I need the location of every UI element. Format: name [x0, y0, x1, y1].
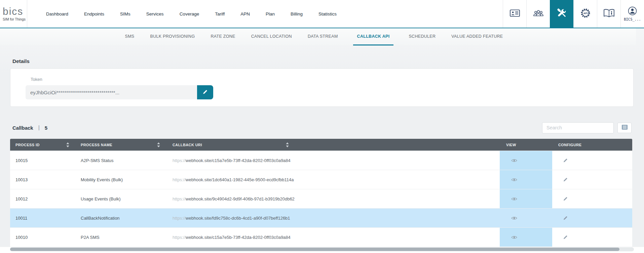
table-row[interactable]: 10012 Usage Events (Bulk) https://webhoo…	[10, 189, 632, 208]
configure-button[interactable]	[562, 214, 569, 222]
cell-callback-uri: https://webhook.site/c15a7e5b-73ff-42da-…	[173, 158, 291, 163]
list-icon	[621, 124, 628, 131]
callback-separator: |	[38, 125, 40, 131]
token-edit-button[interactable]	[197, 85, 213, 99]
view-cell	[500, 209, 552, 227]
eye-icon	[511, 158, 517, 163]
table-row[interactable]: 10013 Mobility Events (Bulk) https://web…	[10, 170, 632, 189]
nav-item-dashboard[interactable]: Dashboard	[46, 11, 68, 17]
docs-button[interactable]	[597, 0, 620, 28]
contact-card-icon	[510, 9, 520, 18]
col-process-name: PROCESS NAME	[81, 143, 112, 147]
api-gear-icon: API	[579, 7, 592, 21]
tab-data-stream[interactable]: DATA STREAM	[307, 28, 339, 45]
nav-item-coverage[interactable]: Coverage	[180, 11, 199, 17]
cell-process-name: CallBackNotification	[81, 216, 120, 221]
uri-scheme: https://	[173, 196, 186, 201]
view-cell	[500, 189, 552, 208]
configure-button[interactable]	[562, 195, 569, 203]
token-input[interactable]	[26, 85, 197, 99]
horizontal-scrollbar-track[interactable]	[10, 247, 634, 251]
cell-process-id: 10013	[15, 177, 28, 182]
tab-sms[interactable]: SMS	[124, 28, 135, 45]
main-nav: Dashboard Endpoints SIMs Services Covera…	[46, 0, 337, 28]
view-button[interactable]	[510, 196, 519, 202]
tab-rate-zone[interactable]: RATE ZONE	[210, 28, 236, 45]
configure-button[interactable]	[562, 233, 569, 241]
docs-book-icon	[603, 8, 615, 19]
column-settings-button[interactable]	[617, 123, 632, 133]
configure-cell	[562, 195, 569, 203]
brand-logo-text: bics	[3, 6, 27, 17]
sort-process-id-icon[interactable]	[66, 142, 69, 147]
scrollbar-track-band	[0, 247, 644, 253]
configure-button[interactable]	[562, 176, 569, 184]
table-row[interactable]: 10010 P2A SMS https://webhook.site/c15a7…	[10, 227, 632, 247]
cell-process-id: 10012	[15, 196, 28, 201]
uri-path: webhook.site/c15a7e5b-73ff-42da-8202-0ff…	[186, 158, 291, 163]
table-row[interactable]: 10015 A2P-SMS Status https://webhook.sit…	[10, 151, 632, 170]
view-cell	[500, 170, 552, 189]
nav-item-billing[interactable]: Billing	[291, 11, 303, 17]
uri-path: webhook.site/fd9c758c-dc6b-4cd1-a90f-d07…	[186, 216, 290, 221]
configure-cell	[562, 214, 569, 222]
nav-item-services[interactable]: Services	[146, 11, 164, 17]
cell-process-name: P2A SMS	[81, 235, 100, 240]
view-button[interactable]	[510, 234, 519, 241]
uri-scheme: https://	[173, 235, 186, 240]
tab-bulk-provisioning[interactable]: BULK PROVISIONING	[150, 28, 196, 45]
search-input[interactable]	[542, 122, 614, 133]
eye-icon	[511, 178, 517, 183]
sort-process-name-icon[interactable]	[157, 142, 160, 147]
uri-path: webhook.site/1dc640a1-1982-445e-9500-ecd…	[186, 177, 294, 182]
tab-scheduler[interactable]: SCHEDULER	[408, 28, 436, 45]
callback-title: Callback	[12, 125, 33, 131]
tab-callback-api[interactable]: CALLBACK API	[353, 28, 394, 45]
view-cell	[500, 151, 552, 170]
api-button[interactable]: API	[573, 0, 597, 28]
view-button[interactable]	[510, 215, 519, 221]
uri-scheme: https://	[173, 216, 186, 221]
horizontal-scrollbar-thumb[interactable]	[10, 248, 619, 251]
nav-item-sims[interactable]: SIMs	[120, 11, 130, 17]
brand-tagline: SIM for Things	[3, 17, 27, 21]
view-button[interactable]	[510, 157, 519, 164]
cell-process-name: Usage Events (Bulk)	[81, 196, 121, 201]
user-avatar-icon	[628, 6, 637, 17]
contact-card-button[interactable]	[503, 0, 526, 28]
pencil-icon	[563, 197, 568, 202]
nav-item-apn[interactable]: APN	[240, 11, 250, 17]
svg-text:API: API	[583, 12, 588, 15]
eye-icon	[511, 235, 517, 240]
pencil-icon	[563, 159, 568, 164]
configure-button[interactable]	[562, 157, 569, 164]
view-button[interactable]	[510, 177, 519, 183]
cell-process-name: Mobility Events (Bulk)	[81, 177, 123, 182]
tab-cancel-location[interactable]: CANCEL LOCATION	[251, 28, 293, 45]
table-controls	[542, 122, 632, 133]
callback-table: PROCESS ID PROCESS NAME CALLBACK URI VIE…	[10, 139, 632, 247]
nav-item-plan[interactable]: Plan	[266, 11, 275, 17]
brand-logo[interactable]: bics SIM for Things	[0, 0, 27, 28]
user-menu-button[interactable]: BICS_...	[620, 0, 644, 28]
users-button[interactable]	[526, 0, 550, 28]
sort-callback-uri-icon[interactable]	[286, 142, 289, 147]
tab-value-added-feature[interactable]: VALUE ADDED FEATURE	[451, 28, 503, 45]
uri-path: webhook.site/9c4904d2-9d9f-406b-97d1-b39…	[186, 196, 295, 201]
tools-button[interactable]	[550, 0, 573, 28]
table-row-selected[interactable]: 10011 CallBackNotification https://webho…	[10, 208, 632, 227]
table-header: PROCESS ID PROCESS NAME CALLBACK URI VIE…	[10, 139, 632, 151]
token-label: Token	[31, 77, 633, 82]
header-divider	[27, 0, 27, 28]
top-header: bics SIM for Things Dashboard Endpoints …	[0, 0, 644, 28]
nav-item-statistics[interactable]: Statistics	[318, 11, 337, 17]
callback-heading: Callback | 5	[12, 125, 47, 131]
nav-item-endpoints[interactable]: Endpoints	[84, 11, 104, 17]
details-heading: Details	[12, 58, 644, 64]
details-card: Token	[10, 68, 634, 107]
configure-cell	[562, 157, 569, 164]
cell-callback-uri: https://webhook.site/9c4904d2-9d9f-406b-…	[173, 196, 295, 201]
callback-header-row: Callback | 5	[12, 122, 632, 134]
col-callback-uri: CALLBACK URI	[173, 143, 202, 147]
nav-item-tariff[interactable]: Tariff	[215, 11, 225, 17]
